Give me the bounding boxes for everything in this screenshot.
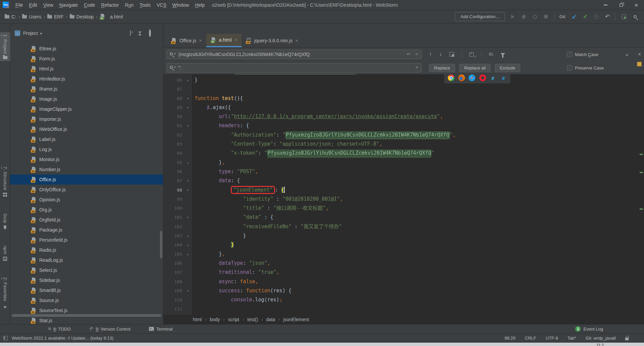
editor-breadcrumb-data[interactable]: data: [266, 317, 275, 322]
select-all-occurrences-button[interactable]: [469, 52, 474, 57]
preserve-case-checkbox[interactable]: [567, 65, 572, 70]
fold-marker-icon[interactable]: [184, 231, 191, 240]
close-find-bar-icon[interactable]: [638, 51, 641, 57]
project-panel-title[interactable]: Project: [23, 31, 38, 36]
fold-marker-icon[interactable]: [184, 103, 191, 112]
previous-occurrence-button[interactable]: [429, 51, 432, 58]
replace-history-chevron-icon[interactable]: [174, 65, 176, 69]
fold-marker-icon[interactable]: [184, 186, 191, 195]
file-encoding[interactable]: UTF-8: [546, 336, 558, 341]
git-update-button[interactable]: [571, 13, 577, 20]
preserve-case-option[interactable]: Preserve Case: [567, 61, 604, 75]
editor-breadcrumb-html[interactable]: html: [193, 317, 202, 322]
project-file-smartbl-js[interactable]: JSSmartBl.js: [10, 285, 163, 295]
next-occurrence-button[interactable]: [439, 51, 442, 58]
terminal-toolwindow-button[interactable]: >_ Terminal: [149, 327, 173, 332]
search-history-chevron-icon[interactable]: [174, 52, 176, 55]
line-ending[interactable]: CRLF: [525, 336, 536, 341]
breadcrumb-item-c[interactable]: C:: [5, 14, 16, 19]
tool-stripe-7-structure[interactable]: 7: Structure: [0, 164, 10, 199]
tab-a-html[interactable]: Ha.html×: [206, 34, 241, 47]
minimize-button[interactable]: [598, 0, 613, 10]
tab-close-icon[interactable]: ×: [234, 37, 237, 43]
replace-all-button[interactable]: Replace all: [459, 64, 491, 72]
tool-stripe-2-favorites[interactable]: 2: Favorites: [0, 275, 10, 312]
fold-marker-icon[interactable]: [184, 121, 191, 130]
run-button[interactable]: [510, 13, 516, 20]
code-with-me-button[interactable]: [621, 13, 627, 20]
search-match-stripe-mark[interactable]: [640, 172, 643, 173]
match-case-checkbox[interactable]: [567, 52, 572, 57]
indent-style[interactable]: Tab*: [568, 336, 576, 341]
tab-office-js[interactable]: JSOffice.js×: [167, 34, 206, 47]
search-match-stripe-mark[interactable]: [640, 154, 643, 155]
project-file-image-js[interactable]: JSImage.js: [10, 94, 163, 104]
tab-close-icon[interactable]: ×: [199, 38, 202, 43]
firefox-browser-icon[interactable]: [458, 75, 465, 81]
project-file-sidebar-js[interactable]: JSSidebar.js: [10, 275, 163, 285]
debug-button[interactable]: [521, 13, 527, 20]
newline-icon[interactable]: [407, 51, 411, 57]
tool-stripe-npm[interactable]: npm: [0, 244, 10, 263]
search-everywhere-button[interactable]: [632, 13, 638, 20]
project-file-iweboffice-js[interactable]: JSIWebOffice.js: [10, 124, 163, 134]
project-file-form-js[interactable]: JSForm.js: [10, 54, 163, 64]
find-in-selection-button[interactable]: [449, 52, 454, 57]
menu-item-file[interactable]: File: [12, 0, 26, 10]
project-file-monitor-js[interactable]: JSMonitor.js: [10, 154, 163, 164]
fold-marker-icon[interactable]: [184, 176, 191, 185]
version-control-toolwindow-button[interactable]: 9: Version Control: [89, 326, 130, 332]
project-file-importer-js[interactable]: JSImporter.js: [10, 114, 163, 124]
menu-item-view[interactable]: View: [40, 0, 56, 10]
add-configuration-button[interactable]: Add Configuration...: [455, 12, 505, 21]
fold-marker-icon[interactable]: [184, 240, 191, 249]
breadcrumb-item-a-html[interactable]: Ha.html: [100, 14, 123, 19]
search-match-stripe-mark[interactable]: [640, 208, 643, 210]
menu-item-run[interactable]: Run: [122, 0, 137, 10]
chrome-browser-icon[interactable]: [448, 75, 454, 81]
fold-marker-icon[interactable]: [184, 76, 191, 85]
replace-input[interactable]: [167, 63, 422, 72]
project-file-html-js[interactable]: JSHtml.js: [10, 64, 163, 74]
collapse-all-button[interactable]: [138, 32, 142, 35]
menu-item-refactor[interactable]: Refactor: [98, 0, 122, 10]
editor-breadcrumb-test[interactable]: test(): [247, 317, 258, 322]
fold-marker-icon[interactable]: [184, 250, 191, 259]
tab-close-icon[interactable]: ×: [295, 38, 298, 43]
replace-button[interactable]: Replace: [429, 64, 455, 72]
locate-file-button[interactable]: [130, 30, 131, 36]
git-rollback-button[interactable]: [604, 13, 610, 20]
menu-item-window[interactable]: Window: [169, 0, 192, 10]
tool-stripe-1-project[interactable]: 1: Project: [0, 32, 10, 61]
project-file-personfield-js[interactable]: JSPersonfield.js: [10, 235, 163, 245]
git-branch[interactable]: Git: wrdp_java8: [586, 336, 616, 341]
edge-browser-icon[interactable]: e: [500, 75, 507, 81]
project-file-imageclipper-js[interactable]: JSImageClipper.js: [10, 104, 163, 114]
toolwindow-toggle-icon[interactable]: [3, 336, 8, 340]
more-options-chevron-icon[interactable]: [626, 52, 628, 57]
breadcrumb-item-desktop[interactable]: Desktop: [70, 14, 94, 19]
clear-search-icon[interactable]: [415, 51, 418, 57]
fold-marker-icon[interactable]: [184, 158, 191, 167]
editor-breadcrumb-script[interactable]: script: [228, 317, 239, 322]
project-file-label-js[interactable]: JSLabel.js: [10, 134, 163, 144]
fold-marker-icon[interactable]: [184, 213, 191, 222]
project-file-opinion-js[interactable]: JSOpinion.js: [10, 195, 163, 205]
git-history-button[interactable]: [593, 13, 599, 20]
menu-item-vcs[interactable]: VCS: [154, 0, 169, 10]
project-file-org-js[interactable]: JSOrg.js: [10, 205, 163, 215]
clear-replace-icon[interactable]: [415, 64, 418, 70]
project-file-select-js[interactable]: JSSelect.js: [10, 265, 163, 275]
menu-item-tools[interactable]: Tools: [137, 0, 154, 10]
project-file-log-js[interactable]: JSLog.js: [10, 144, 163, 154]
tree-horizontal-scrollbar[interactable]: [12, 314, 161, 317]
breadcrumb-item-erf[interactable]: ERF: [47, 14, 63, 19]
project-file-iframe-js[interactable]: JSIframe.js: [10, 84, 163, 94]
git-commit-button[interactable]: [582, 13, 588, 20]
lock-icon[interactable]: [625, 338, 629, 340]
search-input[interactable]: [167, 50, 422, 59]
breadcrumb-item-users[interactable]: Users: [22, 14, 41, 19]
project-file-readlog-js[interactable]: JSReadLog.js: [10, 255, 163, 265]
editor-breadcrumb-body[interactable]: body: [210, 317, 220, 322]
opera-browser-icon[interactable]: [479, 75, 486, 81]
